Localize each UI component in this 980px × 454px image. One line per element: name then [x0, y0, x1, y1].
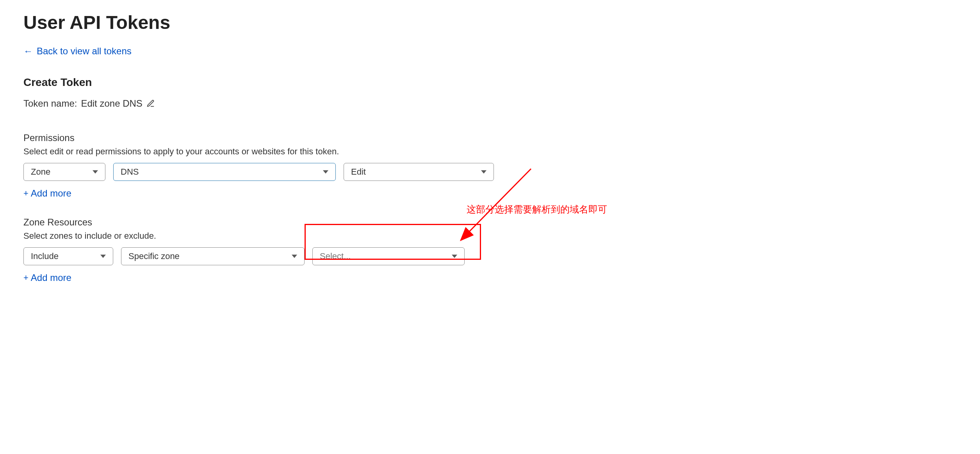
permissions-resource-select[interactable]: DNS: [113, 163, 336, 181]
permissions-desc: Select edit or read permissions to apply…: [23, 147, 957, 157]
create-token-heading: Create Token: [23, 76, 957, 89]
add-more-label: Add more: [31, 272, 71, 283]
back-link-label: Back to view all tokens: [37, 46, 132, 57]
permissions-access-value: Edit: [351, 167, 366, 177]
zone-resources-label: Zone Resources: [23, 217, 957, 228]
caret-down-icon: [100, 254, 106, 259]
permissions-scope-value: Zone: [31, 167, 50, 177]
add-more-label: Add more: [31, 188, 71, 199]
caret-down-icon: [481, 169, 486, 175]
permissions-access-select[interactable]: Edit: [344, 163, 494, 181]
zone-scope-select[interactable]: Specific zone: [121, 247, 305, 265]
zone-resources-group: Zone Resources Select zones to include o…: [23, 217, 957, 283]
page-title: User API Tokens: [23, 12, 957, 33]
arrow-left-icon: ←: [23, 46, 33, 56]
caret-down-icon: [452, 254, 457, 259]
permissions-add-more-button[interactable]: + Add more: [23, 188, 71, 199]
caret-down-icon: [323, 169, 328, 175]
token-name-label: Token name:: [23, 98, 77, 109]
zone-scope-value: Specific zone: [128, 251, 180, 261]
plus-icon: +: [23, 273, 29, 282]
zone-name-select[interactable]: Select...: [312, 247, 465, 265]
zone-mode-select[interactable]: Include: [23, 247, 113, 265]
permissions-label: Permissions: [23, 132, 957, 143]
create-token-page: User API Tokens ← Back to view all token…: [0, 0, 980, 317]
permissions-group: Permissions Select edit or read permissi…: [23, 132, 957, 199]
caret-down-icon: [292, 254, 297, 259]
plus-icon: +: [23, 189, 29, 198]
back-to-tokens-link[interactable]: ← Back to view all tokens: [23, 46, 132, 57]
token-name-value: Edit zone DNS: [81, 98, 142, 109]
zone-add-more-button[interactable]: + Add more: [23, 272, 71, 283]
edit-icon[interactable]: [146, 99, 155, 108]
zone-name-placeholder: Select...: [320, 251, 351, 261]
annotation-text: 这部分选择需要解析到的域名即可: [467, 203, 607, 216]
zone-resources-row: Include Specific zone Select...: [23, 247, 957, 265]
permissions-scope-select[interactable]: Zone: [23, 163, 105, 181]
token-name-row: Token name: Edit zone DNS: [23, 98, 957, 109]
zone-resources-desc: Select zones to include or exclude.: [23, 231, 957, 241]
caret-down-icon: [93, 169, 98, 175]
zone-mode-value: Include: [31, 251, 59, 261]
permissions-row: Zone DNS Edit: [23, 163, 957, 181]
permissions-resource-value: DNS: [121, 167, 139, 177]
